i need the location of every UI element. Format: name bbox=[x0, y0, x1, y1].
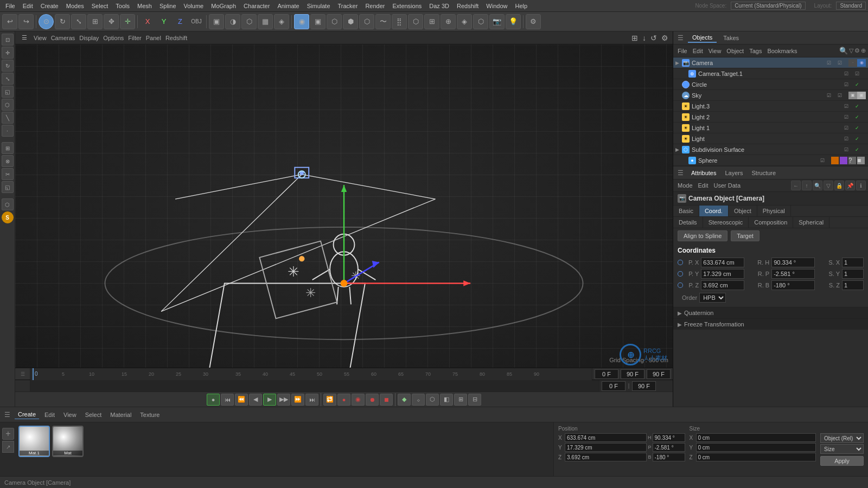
viewport-menu-icon[interactable]: ☰ bbox=[20, 34, 29, 41]
tab-takes[interactable]: Takes bbox=[719, 34, 743, 42]
light-btn[interactable]: 💡 bbox=[506, 14, 521, 29]
tab-spherical[interactable]: Spherical bbox=[793, 217, 829, 228]
render-region[interactable]: ▣ bbox=[209, 14, 224, 29]
scene-obj-light3[interactable]: ☀ Light.3 ☑ ✓ bbox=[673, 101, 868, 112]
size-x-input[interactable] bbox=[696, 433, 816, 442]
cam-btn[interactable]: 📷 bbox=[489, 14, 505, 29]
light-vis[interactable]: ☑ bbox=[844, 136, 855, 142]
nav-back[interactable]: ← bbox=[791, 181, 801, 190]
viewport-icon4[interactable]: ⚙ bbox=[661, 34, 668, 42]
frame-end[interactable] bbox=[632, 381, 656, 391]
tab-layers[interactable]: Layers bbox=[722, 169, 746, 177]
sky-lock[interactable]: ☑ bbox=[838, 93, 848, 98]
scene-obj-camera[interactable]: ▶ 📷 Camera ☑ ☑ · ◉ bbox=[673, 57, 868, 68]
material-mat[interactable]: Mat bbox=[52, 426, 84, 458]
pos-z-input[interactable] bbox=[565, 453, 647, 461]
poly-btn[interactable]: ⬡ bbox=[327, 14, 342, 29]
transport-active[interactable]: ● bbox=[207, 394, 220, 406]
left-bevel-btn[interactable]: ⬡ bbox=[2, 198, 14, 210]
obj-edit-btn[interactable]: Edit bbox=[691, 47, 705, 55]
menu-window[interactable]: Window bbox=[483, 2, 510, 10]
tab-objects[interactable]: Objects bbox=[688, 33, 717, 43]
next-frame-btn[interactable]: ⏩ bbox=[291, 394, 304, 406]
move-tool[interactable]: ⊙ bbox=[39, 14, 54, 29]
obj-more-icon[interactable]: ⊕ bbox=[861, 47, 866, 54]
menu-volume[interactable]: Volume bbox=[181, 2, 207, 10]
apply-button[interactable]: Apply bbox=[820, 456, 864, 466]
mat-select-btn[interactable]: Select bbox=[82, 410, 105, 419]
subdiv-vis[interactable]: ☑ bbox=[844, 147, 855, 152]
loop-btn[interactable]: ⬢ bbox=[343, 14, 358, 29]
menu-daz3d[interactable]: Daz 3D bbox=[426, 2, 452, 10]
viewport-options-btn[interactable]: Options bbox=[103, 35, 124, 41]
menu-redshift[interactable]: Redshift bbox=[454, 2, 482, 10]
keyframe-btn4[interactable]: ◧ bbox=[440, 394, 453, 406]
obj-settings-icon[interactable]: ⚙ bbox=[854, 47, 860, 54]
viewport-icon3[interactable]: ↺ bbox=[650, 34, 657, 42]
l3-check[interactable]: ✓ bbox=[855, 104, 866, 109]
settings-btn[interactable]: ⚙ bbox=[526, 14, 541, 29]
freeze-transform-section[interactable]: ▶ Freeze Transformation bbox=[673, 318, 868, 330]
tab-details[interactable]: Details bbox=[673, 217, 703, 228]
material-mat1[interactable]: Mat.1 bbox=[18, 426, 50, 458]
sy-value[interactable] bbox=[842, 269, 864, 279]
goto-end-btn[interactable]: ⏭ bbox=[305, 394, 318, 406]
bool-btn[interactable]: ⊕ bbox=[441, 14, 456, 29]
nav-pin[interactable]: 📌 bbox=[845, 181, 855, 190]
viewport-icon2[interactable]: ↓ bbox=[642, 34, 646, 42]
obj-filter-icon[interactable]: ▽ bbox=[849, 47, 853, 54]
obj-btn[interactable]: OBJ bbox=[189, 14, 204, 29]
ct-vis[interactable]: ☑ bbox=[844, 71, 855, 76]
loop-btn2[interactable]: 🔁 bbox=[323, 394, 336, 406]
record-stop-btn[interactable]: ⏹ bbox=[380, 394, 393, 406]
left-scale-btn[interactable]: ⤡ bbox=[2, 73, 14, 85]
rot-h-input[interactable] bbox=[653, 433, 685, 442]
viewport-redshift-btn[interactable]: Redshift bbox=[165, 35, 187, 41]
left-move-btn[interactable]: ✛ bbox=[2, 47, 14, 59]
sky-vis[interactable]: ☑ bbox=[827, 93, 838, 98]
sphere-tag2[interactable] bbox=[840, 157, 847, 164]
menu-spline[interactable]: Spline bbox=[156, 2, 180, 10]
bpaint-btn[interactable]: ⬡ bbox=[359, 14, 374, 29]
scene-obj-sphere[interactable]: ● Sphere ☑ ? ■ bbox=[673, 155, 868, 166]
obj-file-btn[interactable]: File bbox=[675, 47, 690, 55]
left-point-btn[interactable]: · bbox=[2, 125, 14, 137]
next-btn[interactable]: ▶▶ bbox=[277, 394, 290, 406]
record-auto-btn[interactable]: ⏺ bbox=[366, 394, 379, 406]
layout-value[interactable]: Standard bbox=[836, 2, 866, 10]
left-rotate-btn[interactable]: ↻ bbox=[2, 60, 14, 72]
rot-p-input[interactable] bbox=[653, 443, 685, 452]
obj-bookmarks-btn[interactable]: Bookmarks bbox=[765, 47, 799, 55]
attr-edit-btn[interactable]: Edit bbox=[696, 182, 711, 189]
l2-vis[interactable]: ☑ bbox=[844, 114, 855, 120]
scene-obj-light1[interactable]: ☀ Light 1 ☑ ✓ bbox=[673, 123, 868, 133]
left-poly-btn[interactable]: ⬡ bbox=[2, 99, 14, 111]
objects-menu-icon[interactable]: ☰ bbox=[675, 34, 686, 42]
sphere-vis[interactable]: ☑ bbox=[820, 158, 831, 163]
menu-file[interactable]: File bbox=[2, 2, 18, 10]
menu-character[interactable]: Character bbox=[240, 2, 273, 10]
menu-mesh[interactable]: Mesh bbox=[134, 2, 155, 10]
nav-up[interactable]: ↑ bbox=[802, 181, 812, 190]
mat-add-btn[interactable]: + bbox=[2, 428, 14, 440]
left-subdivide-btn[interactable]: ⊞ bbox=[2, 142, 14, 154]
obj-object-btn[interactable]: Object bbox=[724, 47, 746, 55]
keyframe-btn2[interactable]: ⬦ bbox=[412, 394, 425, 406]
pz-value[interactable] bbox=[701, 280, 744, 290]
live-selection[interactable]: ◉ bbox=[294, 14, 309, 29]
end-frame-input1[interactable] bbox=[621, 369, 644, 379]
isolate-btn[interactable]: ◈ bbox=[274, 14, 289, 29]
viewport-cameras-btn[interactable]: Cameras bbox=[51, 35, 75, 41]
deform-btn[interactable]: ⬡ bbox=[408, 14, 423, 29]
menu-create[interactable]: Create bbox=[37, 2, 62, 10]
left-s-icon[interactable]: S bbox=[2, 211, 14, 223]
sym-btn[interactable]: ⊞ bbox=[424, 14, 439, 29]
l1-vis[interactable]: ☑ bbox=[844, 125, 855, 131]
tab-stereoscopic[interactable]: Stereoscopic bbox=[703, 217, 749, 228]
tab-composition[interactable]: Composition bbox=[749, 217, 793, 228]
tab-object[interactable]: Object bbox=[729, 206, 757, 216]
size-mode-select[interactable]: Size Scale bbox=[820, 444, 864, 454]
sphere-tag3[interactable]: ? bbox=[848, 157, 856, 164]
size-y-input[interactable] bbox=[696, 443, 816, 452]
left-extrude-btn[interactable]: ◱ bbox=[2, 181, 14, 193]
